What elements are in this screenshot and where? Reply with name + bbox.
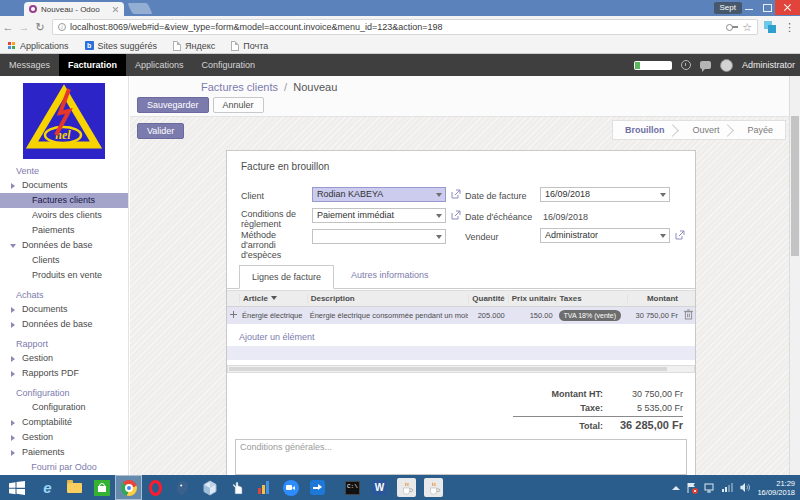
trash-icon[interactable]	[684, 309, 693, 320]
taskbar-word[interactable]	[366, 475, 393, 500]
invoice-date-input[interactable]: 16/09/2018	[540, 187, 670, 202]
tab-autres-informations[interactable]: Autres informations	[339, 264, 441, 288]
table-row[interactable]: Énergie électrique Énergie électrique co…	[227, 307, 695, 324]
client-select[interactable]: Rodian KABEYA	[312, 187, 446, 202]
browser-menu-icon[interactable]: ⋮	[784, 21, 795, 34]
sidebar-item-factures-clients[interactable]: Factures clients	[0, 193, 128, 208]
status-brouillon[interactable]: Brouillon	[617, 125, 673, 135]
client-external-link-icon[interactable]	[451, 189, 461, 199]
password-key-icon[interactable]	[726, 23, 738, 31]
sidebar-item-avoirs-clients[interactable]: Avoirs des clients	[0, 208, 128, 223]
user-avatar[interactable]	[720, 59, 733, 72]
sidebar-item-comptabilite[interactable]: Comptabilité	[0, 415, 128, 430]
window-minimize-button[interactable]	[740, 0, 758, 15]
taskbar-explorer[interactable]	[61, 475, 88, 500]
browser-tab[interactable]: Nouveau - Odoo	[24, 2, 124, 16]
empty-line-row[interactable]	[227, 346, 695, 360]
action-center-flag-icon[interactable]	[686, 482, 698, 494]
col-montant[interactable]: Montant	[627, 294, 681, 303]
taskbar-postgresql[interactable]	[169, 475, 196, 500]
page-info-icon[interactable]	[58, 23, 66, 31]
sidebar-item-produits-en-vente[interactable]: Produits en vente	[0, 268, 128, 283]
col-taxes[interactable]: Taxes	[556, 294, 628, 303]
signal-bars-icon[interactable]	[722, 483, 733, 492]
start-button[interactable]	[0, 475, 34, 500]
taskbar-cmd[interactable]	[339, 475, 366, 500]
taskbar-clock[interactable]: 21:29 16/09/2018	[757, 479, 795, 497]
nav-messages[interactable]: Messages	[0, 54, 59, 76]
scrollbar-thumb[interactable]	[791, 116, 799, 256]
nav-applications[interactable]: Applications	[126, 54, 193, 76]
taskbar-camera-app[interactable]	[277, 475, 304, 500]
drag-handle-icon[interactable]	[230, 311, 237, 318]
chat-icon[interactable]	[700, 61, 711, 69]
col-description[interactable]: Description	[307, 294, 468, 303]
col-prix-unitaire[interactable]: Prix unitaire	[508, 294, 556, 303]
speaker-icon[interactable]	[739, 482, 751, 493]
taskbar-cube-app[interactable]	[196, 475, 223, 500]
bookmark-yandex[interactable]: Яндекс	[173, 41, 215, 51]
cell-prix-unitaire[interactable]: 150.00	[508, 311, 556, 320]
taskbar-ie[interactable]	[34, 475, 61, 500]
sidebar-item-donnees-de-base[interactable]: Données de base	[0, 238, 128, 253]
add-line-link[interactable]: Ajouter un élément	[239, 332, 315, 342]
sidebar-item-config-paiements[interactable]: Paiements	[0, 445, 128, 460]
taskbar-chrome[interactable]	[115, 475, 142, 500]
new-tab-button[interactable]	[127, 3, 152, 14]
back-button[interactable]: ←	[0, 21, 16, 33]
taskbar-share-app[interactable]	[304, 475, 331, 500]
bookmark-star-icon[interactable]: ☆	[742, 22, 752, 32]
forward-button[interactable]: →	[16, 21, 32, 33]
status-ouvert[interactable]: Ouvert	[684, 125, 727, 135]
salesperson-select[interactable]: Administrator	[540, 228, 670, 243]
scrollbar-thumb[interactable]	[229, 367, 667, 371]
url-bar[interactable]: localhost:8069/web#id=&view_type=form&mo…	[52, 19, 758, 35]
tab-lignes-de-facture[interactable]: Lignes de facture	[239, 265, 334, 289]
taskbar-pointer-app[interactable]	[223, 475, 250, 500]
salesperson-external-link-icon[interactable]	[675, 230, 685, 240]
cell-article[interactable]: Énergie électrique	[239, 311, 307, 320]
save-button[interactable]: Sauvegarder	[137, 97, 209, 113]
sidebar-item-achats-documents[interactable]: Documents	[0, 302, 128, 317]
taskbar-chart-app[interactable]	[250, 475, 277, 500]
refresh-button[interactable]: ↻	[32, 21, 48, 34]
user-name[interactable]: Administrator	[742, 60, 795, 70]
sidebar-item-paiements[interactable]: Paiements	[0, 223, 128, 238]
sidebar-item-achats-donnees[interactable]: Données de base	[0, 317, 128, 332]
validate-button[interactable]: Valider	[137, 123, 184, 139]
window-restore-button[interactable]	[758, 0, 776, 15]
payment-terms-external-link-icon[interactable]	[451, 210, 461, 220]
cash-rounding-select[interactable]	[312, 229, 446, 244]
tab-close-icon[interactable]	[112, 6, 119, 13]
window-close-button[interactable]	[775, 0, 800, 15]
nav-configuration[interactable]: Configuration	[193, 54, 265, 76]
taskbar-java-2[interactable]	[420, 475, 447, 500]
payment-terms-select[interactable]: Paiement immédiat	[312, 208, 446, 223]
sidebar-item-clients[interactable]: Clients	[0, 253, 128, 268]
sidebar-item-config-gestion[interactable]: Gestion	[0, 430, 128, 445]
terms-textarea[interactable]	[235, 439, 687, 475]
chrome-profile-badge[interactable]: Sept	[714, 2, 742, 14]
sidebar-item-rapports-pdf[interactable]: Rapports PDF	[0, 366, 128, 381]
extension-icon[interactable]	[764, 21, 776, 33]
status-payee[interactable]: Payée	[739, 125, 781, 135]
powered-by[interactable]: Fourni par Odoo	[0, 462, 128, 472]
sidebar-item-documents[interactable]: Documents	[0, 178, 128, 193]
network-icon[interactable]	[704, 482, 716, 494]
bookmark-mail[interactable]: Почта	[231, 41, 268, 51]
cancel-button[interactable]: Annuler	[213, 97, 264, 113]
cell-description[interactable]: Énergie électrique consommée pendant un …	[307, 311, 468, 320]
taskbar-opera[interactable]	[142, 475, 169, 500]
sidebar-item-configuration[interactable]: Configuration	[0, 400, 128, 415]
show-hidden-icons-icon[interactable]	[672, 486, 680, 490]
col-quantite[interactable]: Quantité	[468, 294, 508, 303]
clock-icon[interactable]	[681, 60, 691, 70]
cell-quantite[interactable]: 205.000	[468, 311, 508, 320]
col-article[interactable]: Article	[239, 294, 307, 303]
url-text[interactable]: localhost:8069/web#id=&view_type=form&mo…	[70, 22, 722, 32]
table-horizontal-scrollbar[interactable]	[227, 365, 695, 373]
nav-facturation[interactable]: Facturation	[59, 54, 126, 76]
page-scrollbar[interactable]	[789, 76, 800, 475]
taskbar-java-1[interactable]	[393, 475, 420, 500]
bookmark-applications[interactable]: Applications	[8, 41, 69, 51]
